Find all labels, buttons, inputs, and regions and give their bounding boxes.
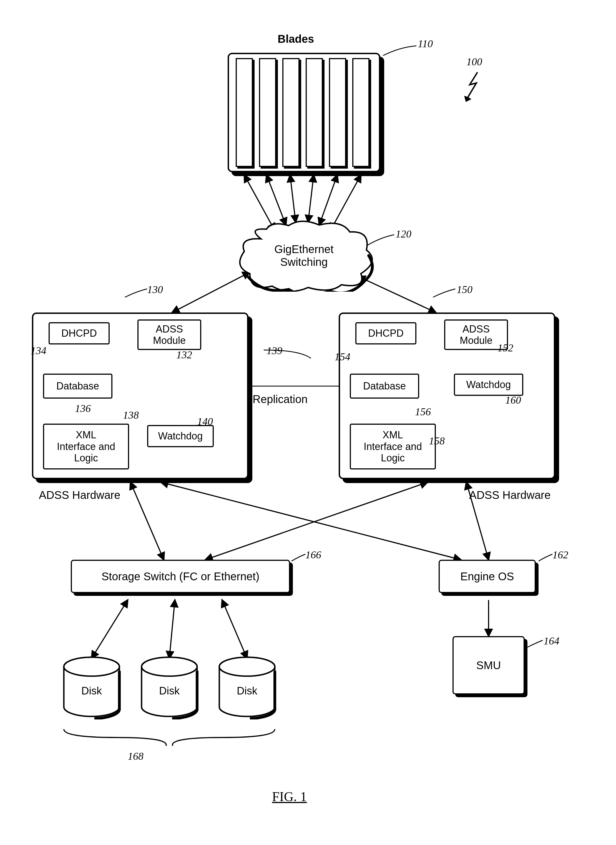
disk-2: Disk	[139, 655, 200, 719]
dhcpd-right: DHCPD	[355, 322, 417, 344]
xml-left: XMLInterface andLogic	[43, 423, 129, 469]
disk-3: Disk	[217, 655, 277, 719]
adss-hw-right: DHCPD ADSSModule Database Watchdog XMLIn…	[339, 313, 555, 479]
svg-line-17	[205, 482, 427, 560]
database-left: Database	[43, 373, 113, 398]
ref-158: 158	[429, 435, 445, 447]
ref-160: 160	[505, 394, 521, 406]
ref-100: 100	[466, 56, 482, 68]
ref-150: 150	[457, 283, 472, 295]
figure-caption: FIG. 1	[272, 789, 307, 804]
blades-title: Blades	[277, 33, 314, 45]
disks-brace	[61, 726, 277, 749]
ref-166: 166	[305, 549, 321, 561]
ref-164: 164	[544, 635, 559, 647]
replication-label: Replication	[252, 393, 308, 406]
ref-152: 152	[497, 342, 513, 354]
xml-right: XMLInterface andLogic	[350, 423, 436, 469]
svg-line-22	[222, 600, 247, 658]
svg-line-20	[92, 600, 128, 658]
adss-module-left: ADSSModule	[138, 319, 201, 350]
ref-136: 136	[75, 402, 91, 414]
svg-line-21	[169, 600, 175, 658]
ref-162: 162	[553, 549, 568, 561]
watchdog-right: Watchdog	[454, 373, 523, 396]
blades-chassis	[227, 53, 380, 172]
disk-label: Disk	[217, 685, 277, 697]
svg-point-24	[64, 657, 119, 676]
ref-156: 156	[415, 406, 431, 418]
ref-154: 154	[334, 351, 351, 363]
ref-130: 130	[147, 283, 163, 295]
blade-slot	[259, 58, 276, 167]
disk-label: Disk	[61, 685, 122, 697]
svg-line-3	[308, 175, 314, 222]
storage-switch: Storage Switch (FC or Ethernet)	[71, 560, 290, 593]
ref-134: 134	[31, 344, 46, 357]
blade-slot	[329, 58, 346, 167]
adss-hw-left-label: ADSS Hardware	[39, 489, 120, 501]
ref-120: 120	[396, 228, 411, 240]
diagram-canvas: Blades 110 100 GigEthernetSwitching 120 …	[11, 11, 605, 834]
ref-168: 168	[128, 750, 144, 762]
adss-hw-right-label: ADSS Hardware	[469, 489, 550, 501]
ref-132: 132	[176, 348, 192, 361]
svg-line-4	[319, 175, 337, 225]
smu: SMU	[453, 636, 525, 694]
ref-110: 110	[418, 38, 433, 50]
disk-1: Disk	[61, 655, 122, 719]
adss-hw-left: DHCPD ADSSModule Database XMLInterface a…	[32, 313, 248, 479]
svg-point-26	[142, 657, 197, 676]
cloud-gige: GigEthernetSwitching	[230, 219, 377, 292]
blade-slot	[236, 58, 253, 167]
dhcpd-left: DHCPD	[48, 322, 110, 344]
svg-line-16	[161, 482, 461, 560]
svg-line-2	[290, 175, 296, 222]
svg-point-28	[219, 657, 275, 676]
blade-slot	[282, 58, 299, 167]
watchdog-left: Watchdog	[147, 425, 214, 447]
blade-slot	[306, 58, 323, 167]
svg-line-15	[131, 482, 164, 560]
ref-138: 138	[123, 409, 139, 421]
cloud-label: GigEthernetSwitching	[274, 243, 333, 268]
engine-os: Engine OS	[439, 560, 536, 593]
blade-slot	[352, 58, 370, 167]
database-right: Database	[350, 373, 419, 398]
ref-140: 140	[197, 415, 213, 428]
ref-139: 139	[267, 344, 282, 357]
disk-label: Disk	[139, 685, 200, 697]
svg-line-1	[267, 175, 286, 225]
